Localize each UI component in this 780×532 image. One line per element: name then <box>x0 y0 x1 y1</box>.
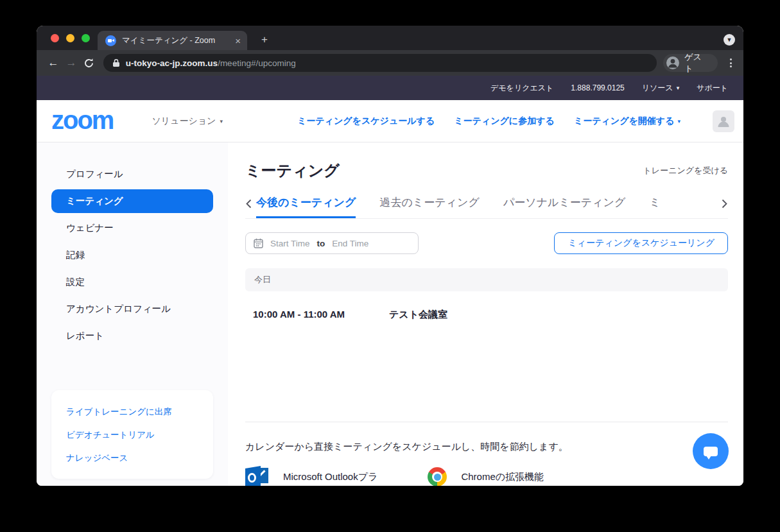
get-training-link[interactable]: トレーニングを受ける <box>643 165 728 176</box>
end-time-placeholder[interactable]: End Time <box>332 239 368 248</box>
tab-personal-meetings[interactable]: パーソナルミーティング <box>503 195 626 218</box>
zoom-site-header: zoom ソリューション ▾ ミーティングをスケジュールする ミーティングに参加… <box>37 100 743 142</box>
meeting-topic-link[interactable]: テスト会議室 <box>389 309 447 321</box>
chevron-down-icon: ▾ <box>220 118 223 124</box>
reload-icon[interactable] <box>80 54 98 72</box>
chrome-icon <box>428 467 447 486</box>
topbar-resources-link[interactable]: リソース ▾ <box>642 83 679 94</box>
schedule-meeting-button[interactable]: ミィーティングをスケジューリング <box>554 232 728 254</box>
guest-label: ゲスト <box>684 51 710 74</box>
tab-upcoming-meetings[interactable]: 今後のミーティング <box>256 195 356 218</box>
chrome-extension-label: Chromeの拡張機能 <box>461 471 544 483</box>
sidebar-item-webinars[interactable]: ウェビナー <box>37 214 228 241</box>
sidebar-help-card: ライブトレーニングに出席 ビデオチュートリアル ナレッジベース <box>51 390 213 479</box>
sidebar-item-recordings[interactable]: 記録 <box>37 241 228 268</box>
video-tutorials-link[interactable]: ビデオチュートリアル <box>51 424 213 447</box>
zoom-favicon-icon <box>105 35 116 46</box>
guest-avatar-icon <box>666 56 680 70</box>
address-bar[interactable]: u-tokyo-ac-jp.zoom.us/meeting#/upcoming <box>103 54 657 72</box>
calendar-icon <box>254 238 263 248</box>
topbar-request-demo-link[interactable]: デモをリクエスト <box>490 83 553 94</box>
avatar[interactable] <box>713 110 734 132</box>
url-path: /meeting#/upcoming <box>218 58 296 68</box>
tab-truncated[interactable]: ミ <box>649 195 660 218</box>
header-nav: ミーティングをスケジュールする ミーティングに参加する ミーティングを開催する … <box>297 110 734 132</box>
chrome-extension-item[interactable]: Chromeの拡張機能 <box>428 467 544 486</box>
tab-search-menu-icon[interactable]: ▼ <box>724 34 735 46</box>
tabs-scroll-right-icon[interactable] <box>717 198 728 218</box>
browser-tabstrip: マイミーティング - Zoom × + ▼ <box>37 26 743 50</box>
knowledge-base-link[interactable]: ナレッジベース <box>51 447 213 470</box>
traffic-lights <box>51 34 90 42</box>
forward-icon: → <box>62 54 80 72</box>
outlook-plugin-item[interactable]: Microsoft Outlookプラ <box>245 466 377 486</box>
back-icon[interactable]: ← <box>44 54 62 72</box>
sidebar-item-reports[interactable]: レポート <box>37 322 228 349</box>
minimize-window-button[interactable] <box>66 34 74 42</box>
zoom-topbar: デモをリクエスト 1.888.799.0125 リソース ▾ サポート <box>37 76 743 100</box>
schedule-meeting-link[interactable]: ミーティングをスケジュールする <box>297 116 435 127</box>
sidebar-item-account-profile[interactable]: アカウントプロフィール <box>37 295 228 322</box>
tabs-scroll-left-icon[interactable] <box>245 198 256 218</box>
sidebar-item-profile[interactable]: プロフィール <box>37 160 228 187</box>
sidebar-item-meetings[interactable]: ミーティング <box>51 189 213 213</box>
chat-bubble-icon <box>704 447 718 456</box>
section-divider <box>245 422 728 422</box>
fullscreen-window-button[interactable] <box>82 34 90 42</box>
meeting-row[interactable]: 10:00 AM - 11:00 AM テスト会議室 <box>245 309 728 321</box>
meeting-time: 10:00 AM - 11:00 AM <box>253 309 389 321</box>
start-time-placeholder[interactable]: Start Time <box>270 239 310 248</box>
attend-live-training-link[interactable]: ライブトレーニングに出席 <box>51 400 213 424</box>
sidebar-item-settings[interactable]: 設定 <box>37 268 228 295</box>
host-meeting-link[interactable]: ミーティングを開催する ▾ <box>574 116 680 127</box>
new-tab-button[interactable]: + <box>257 33 272 46</box>
browser-menu-icon[interactable] <box>725 58 736 67</box>
calendar-note: カレンダーから直接ミーティングをスケジュールし、時間を節約します。 <box>245 441 728 453</box>
browser-toolbar: ← → u-tokyo-ac-jp.zoom.us/meeting#/upcom… <box>37 50 743 76</box>
meetings-tabs: 今後のミーティング 過去のミーティング パーソナルミーティング ミ <box>245 195 728 219</box>
browser-window: マイミーティング - Zoom × + ▼ ← → u-tokyo-ac-jp.… <box>37 26 743 486</box>
chat-support-button[interactable] <box>693 433 729 469</box>
tab-close-icon[interactable]: × <box>235 36 241 46</box>
solutions-menu[interactable]: ソリューション ▾ <box>152 116 223 127</box>
join-meeting-link[interactable]: ミーティングに参加する <box>454 116 555 127</box>
url-domain: u-tokyo-ac-jp.zoom.us <box>126 58 218 68</box>
zoom-logo[interactable]: zoom <box>51 107 113 133</box>
outlook-icon <box>245 466 269 486</box>
topbar-support-link[interactable]: サポート <box>697 83 728 94</box>
page-title: ミーティング <box>245 160 340 181</box>
topbar-phone-link[interactable]: 1.888.799.0125 <box>571 83 624 92</box>
browser-tab[interactable]: マイミーティング - Zoom × <box>98 31 247 50</box>
tab-title: マイミーティング - Zoom <box>122 35 235 46</box>
lock-icon[interactable] <box>112 58 120 67</box>
date-range-to-label: to <box>317 239 325 248</box>
outlook-plugin-label: Microsoft Outlookプラ <box>283 471 377 483</box>
date-range-input[interactable]: Start Time to End Time <box>245 232 419 254</box>
calendar-integrations: Microsoft Outlookプラ Chromeの拡張機能 <box>245 466 728 486</box>
main-content: ミーティング トレーニングを受ける 今後のミーティング 過去のミーティング パー… <box>228 142 743 486</box>
close-window-button[interactable] <box>51 34 59 42</box>
sidebar: プロフィール ミーティング ウェビナー 記録 設定 アカウントプロフィール レポ… <box>37 142 228 486</box>
chevron-down-icon: ▾ <box>677 118 680 124</box>
tab-previous-meetings[interactable]: 過去のミーティング <box>379 195 479 218</box>
chevron-down-icon: ▾ <box>677 85 680 91</box>
profile-chip[interactable]: ゲスト <box>663 54 718 72</box>
day-group-header: 今日 <box>245 268 728 291</box>
